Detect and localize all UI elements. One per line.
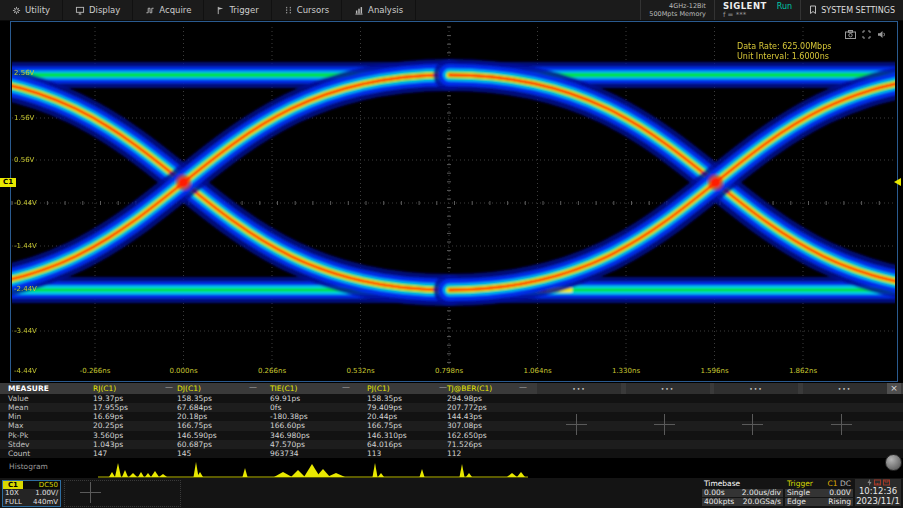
measure-value: 0fs: [270, 403, 281, 412]
add-measurement-placeholder[interactable]: [742, 414, 763, 435]
measure-column-header[interactable]: TIE(C1): [270, 384, 297, 393]
trigger-slope: Rising: [828, 498, 851, 506]
datetime-panel[interactable]: 10:12:36 2023/11/1: [855, 479, 901, 506]
timebase-samplerate: 20.0GSa/s: [743, 498, 781, 506]
measure-row-label: Stdev: [8, 440, 30, 449]
channel-coupling: DC50: [39, 481, 60, 489]
measure-value: 20.18ps: [177, 412, 207, 421]
measure-column-header[interactable]: TJ@BER(C1): [447, 384, 492, 393]
measure-row: Max20.25ps166.75ps166.60ps166.75ps307.08…: [0, 421, 903, 430]
measure-column-collapse[interactable]: —: [439, 383, 447, 392]
trigger-panel[interactable]: Trigger C1 DC Single 0.00V Edge Rising: [785, 479, 853, 506]
trigger-level-marker[interactable]: [894, 178, 901, 186]
x-axis-label: 0.532ns: [331, 367, 391, 375]
measure-column-header[interactable]: RJ(C1): [93, 384, 116, 393]
measure-empty-column-header[interactable]: •••: [714, 383, 798, 394]
y-axis-label: -4.44V: [14, 367, 37, 375]
y-axis-label: -3.44V: [14, 327, 37, 335]
measure-column-collapse[interactable]: —: [165, 383, 173, 392]
measure-value: 20.25ps: [93, 421, 123, 430]
channel-marker-c1[interactable]: C1: [0, 178, 16, 187]
measure-column-header[interactable]: PJ(C1): [367, 384, 390, 393]
measure-value: 207.772ps: [447, 403, 487, 412]
channel-probe: 10X: [5, 489, 19, 497]
y-axis-label: -0.44V: [14, 199, 37, 207]
measure-value: 17.955ps: [93, 403, 128, 412]
measure-value: 307.08ps: [447, 421, 482, 430]
measure-row-label: Max: [8, 421, 24, 430]
measure-row-label: Min: [8, 412, 21, 421]
fullscreen-icon[interactable]: [862, 24, 871, 43]
timebase-points: 400kpts: [704, 498, 734, 506]
oscilloscope-screen: UtilityDisplayAcquireTriggerCursorsAnaly…: [0, 0, 903, 508]
measure-value: 19.37ps: [93, 394, 123, 403]
sound-icon[interactable]: [877, 24, 886, 43]
measure-value: 166.75ps: [177, 421, 212, 430]
channel-offset: 440mV: [33, 498, 58, 506]
measure-value: 294.98ps: [447, 394, 482, 403]
timebase-title: Timebase: [704, 479, 740, 488]
measure-title: MEASURE: [8, 384, 49, 393]
measure-row-label: Mean: [8, 403, 28, 412]
add-measurement-placeholder[interactable]: [831, 414, 852, 435]
channel-name-chip: C1: [3, 481, 23, 489]
measure-value: 158.35ps: [177, 394, 212, 403]
y-axis-label: 2.56V: [14, 69, 34, 77]
measure-column-collapse[interactable]: —: [249, 383, 257, 392]
measure-column-header[interactable]: DJ(C1): [177, 384, 201, 393]
y-axis-label: -1.44V: [14, 242, 37, 250]
trigger-source: C1 DC: [828, 479, 851, 488]
measure-row: Value19.37ps158.35ps69.91ps158.35ps294.9…: [0, 394, 903, 403]
plot-corner-icons: [845, 24, 886, 43]
measure-value: 69.91ps: [270, 394, 300, 403]
histogram-plot: [0, 455, 903, 478]
measure-value: 16.69ps: [93, 412, 123, 421]
trigger-type: Edge: [787, 498, 806, 506]
channel-c1-box[interactable]: C1 DC50 10X 1.00V/ FULL 440mV: [2, 480, 61, 507]
measure-value: 3.560ps: [93, 431, 123, 440]
measure-column-collapse[interactable]: —: [342, 383, 350, 392]
measure-row: Pk-Pk3.560ps146.590ps346.980ps146.310ps1…: [0, 431, 903, 440]
scroll-knob[interactable]: [885, 454, 902, 471]
x-axis-label: 1.862ns: [773, 367, 833, 375]
measure-value: 162.650ps: [447, 431, 487, 440]
measure-empty-column-header[interactable]: •••: [803, 383, 887, 394]
measure-value: 158.35ps: [367, 394, 402, 403]
measure-value: 20.44ps: [367, 412, 397, 421]
y-axis-label: 1.56V: [14, 114, 34, 122]
measure-column-collapse[interactable]: —: [519, 383, 527, 392]
x-axis-label: 0.000ns: [154, 367, 214, 375]
timebase-panel[interactable]: Timebase 0.00s 2.00us/div 400kpts 20.0GS…: [702, 479, 783, 506]
x-axis-label: 0.798ns: [419, 367, 479, 375]
measure-row: Min16.69ps20.18ps-180.38ps20.44ps144.43p…: [0, 412, 903, 421]
measure-value: 47.570ps: [270, 440, 305, 449]
x-axis-label: 0.266ns: [242, 367, 302, 375]
status-bar: C1 DC50 10X 1.00V/ FULL 440mV Timebase 0…: [0, 478, 903, 508]
add-channel-placeholder[interactable]: [80, 482, 101, 503]
measure-row-label: Pk-Pk: [8, 431, 28, 440]
trigger-mode: Single: [787, 489, 810, 497]
unit-interval-label: Unit Interval: 1.6000ns: [737, 52, 831, 62]
measure-value: 71.526ps: [447, 440, 482, 449]
measure-value: 346.980ps: [270, 431, 310, 440]
x-axis-label: 1.596ns: [685, 367, 745, 375]
channel-scale: 1.00V/: [35, 489, 58, 497]
measure-value: 64.016ps: [367, 440, 402, 449]
measure-empty-column-header[interactable]: •••: [626, 383, 710, 394]
x-axis-label: 1.330ns: [596, 367, 656, 375]
channel-bandwidth: FULL: [5, 498, 22, 506]
y-axis-label: -2.44V: [14, 285, 37, 293]
measure-close-button[interactable]: ×: [887, 383, 901, 394]
add-measurement-placeholder[interactable]: [566, 414, 587, 435]
measure-table: Value19.37ps158.35ps69.91ps158.35ps294.9…: [0, 394, 903, 458]
add-measurement-placeholder[interactable]: [654, 414, 675, 435]
measure-empty-column-header[interactable]: •••: [537, 383, 621, 394]
camera-icon[interactable]: [845, 24, 856, 43]
measure-value: -180.38ps: [270, 412, 308, 421]
measure-row-label: Value: [8, 394, 29, 403]
measure-value: 146.310ps: [367, 431, 407, 440]
clock-date: 2023/11/1: [855, 497, 901, 507]
measure-value: 166.75ps: [367, 421, 402, 430]
trigger-level: 0.00V: [829, 489, 851, 497]
measure-value: 79.409ps: [367, 403, 402, 412]
